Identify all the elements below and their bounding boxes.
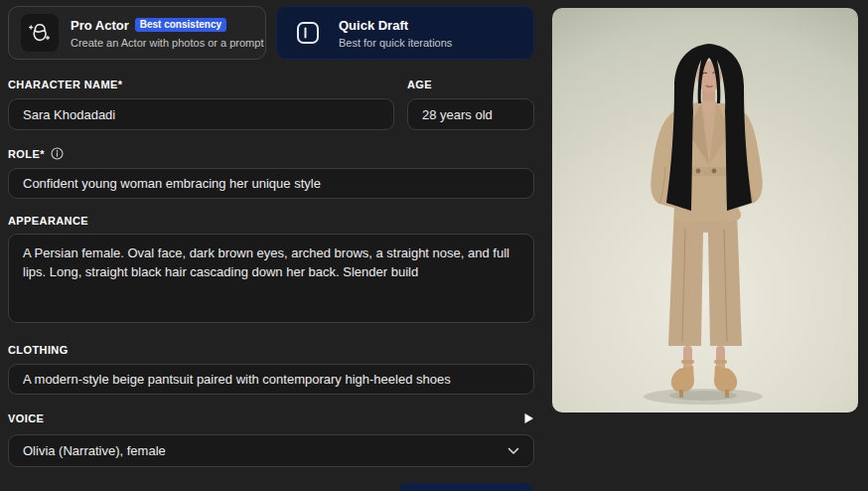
voice-select-value: Olivia (Narrative), female	[23, 443, 166, 458]
pro-actor-title: Pro Actor	[71, 18, 129, 33]
quick-draft-subtitle: Best for quick iterations	[339, 37, 452, 49]
draft-panel-icon	[289, 14, 327, 52]
info-icon[interactable]	[51, 147, 64, 160]
character-name-label: CHARACTER NAME*	[8, 79, 122, 90]
mode-card-text: Pro Actor Best consistency Create an Act…	[71, 18, 263, 49]
clothing-label: CLOTHING	[8, 344, 69, 356]
role-label: ROLE*	[8, 148, 45, 160]
appearance-label: APPEARANCE	[8, 215, 88, 227]
pro-actor-subtitle: Create an Actor with photos or a prompt	[71, 37, 263, 49]
role-input[interactable]	[8, 168, 534, 199]
actor-preview-image	[552, 8, 858, 412]
voice-label: VOICE	[8, 412, 44, 424]
character-name-input[interactable]	[8, 98, 394, 130]
clothing-input[interactable]	[8, 364, 534, 395]
voice-label-row: VOICE	[8, 412, 534, 424]
woman-in-beige-pantsuit-illustration	[552, 8, 858, 412]
appearance-textarea[interactable]: A Persian female. Oval face, dark brown …	[8, 234, 534, 323]
age-input[interactable]	[407, 98, 534, 130]
create-button[interactable]	[398, 483, 533, 491]
play-icon[interactable]	[523, 412, 534, 424]
role-label-row: ROLE*	[8, 147, 64, 160]
mode-card-text: Quick Draft Best for quick iterations	[339, 18, 452, 49]
age-label: AGE	[407, 79, 432, 90]
chevron-down-icon	[507, 447, 519, 455]
quick-draft-title: Quick Draft	[339, 18, 408, 33]
best-consistency-badge: Best consistency	[135, 18, 226, 32]
mode-card-quick-draft[interactable]: Quick Draft Best for quick iterations	[276, 6, 534, 60]
voice-select[interactable]: Olivia (Narrative), female	[8, 434, 534, 467]
face-sparkles-icon	[21, 14, 59, 52]
mode-card-pro-actor[interactable]: Pro Actor Best consistency Create an Act…	[8, 6, 266, 60]
